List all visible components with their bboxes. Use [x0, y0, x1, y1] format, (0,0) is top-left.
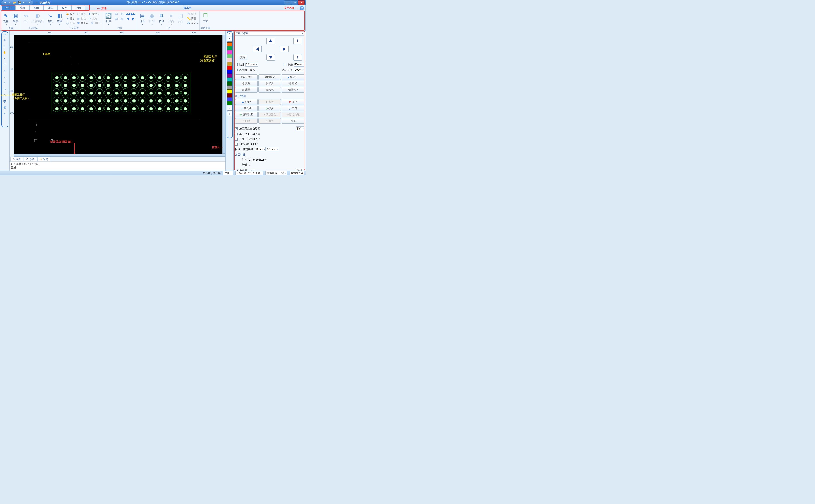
sort-m4[interactable]: ▧: [119, 16, 125, 21]
tab-nest[interactable]: 排样: [43, 5, 57, 11]
preview-button[interactable]: 预览: [238, 55, 247, 60]
craft-button[interactable]: ❐工艺: [201, 12, 210, 24]
arc-tool[interactable]: ◠: [2, 80, 8, 86]
layer-swatch-14[interactable]: [227, 97, 232, 101]
sort-m3[interactable]: ▦: [114, 16, 119, 21]
machine-position[interactable]: X:57.500 Y:102.650▾: [235, 171, 263, 175]
layer-swatch-11[interactable]: [227, 86, 232, 89]
measure-tool[interactable]: ✂: [2, 111, 8, 117]
new-icon[interactable]: 🗎: [8, 1, 12, 4]
geom-exchange-button[interactable]: ◐几何变换▾: [31, 12, 44, 26]
drawing-canvas[interactable]: 工具栏 图层工具栏 （右侧工具栏）: [14, 35, 225, 157]
dimension-button[interactable]: ⇔尺寸: [22, 12, 31, 24]
pause-button[interactable]: ⏸暂停: [258, 99, 281, 105]
layer-swatch-2[interactable]: [227, 50, 232, 54]
polyline-tool[interactable]: ∿: [2, 68, 8, 74]
redo-icon[interactable]: ↷: [27, 1, 31, 4]
blow-button[interactable]: 吹气: [258, 87, 281, 93]
nest-button[interactable]: ▤排样▾: [138, 12, 147, 26]
bf-speed-combo[interactable]: 50mm/s: [266, 147, 279, 151]
order-tool[interactable]: ↕: [2, 44, 8, 49]
microjoint-button[interactable]: ✦微连▾: [87, 12, 100, 16]
maximize-button[interactable]: ▭: [291, 0, 298, 5]
lead-button[interactable]: ↘引线▾: [46, 12, 54, 26]
coolpoint-button[interactable]: ❄冷却点: [76, 21, 89, 25]
clear-button[interactable]: ◧清除▾: [55, 12, 64, 26]
layer-swatch-12[interactable]: [227, 89, 232, 93]
startpoint-button[interactable]: ◉起点: [65, 12, 75, 16]
gas-combo[interactable]: 低压气▾: [282, 87, 304, 93]
layer-swatch-7[interactable]: [227, 70, 232, 74]
measure-button[interactable]: 📏测量: [186, 16, 199, 21]
layer-swatch-5[interactable]: [227, 62, 232, 66]
tab-view[interactable]: 视图: [71, 5, 85, 11]
jog-left-button[interactable]: [253, 46, 262, 52]
point-tool[interactable]: •: [2, 56, 8, 62]
layer-text-button[interactable]: T: [227, 111, 232, 116]
onlyselected-checkbox[interactable]: [235, 138, 238, 141]
minimize-button[interactable]: —: [284, 0, 291, 5]
commonedge-button[interactable]: ◫共边▾: [176, 12, 185, 26]
help-button[interactable]: ?: [300, 6, 304, 10]
sort-prev[interactable]: ◀◀: [125, 12, 130, 16]
manage-button[interactable]: 管理: [295, 168, 304, 171]
array-button[interactable]: ▦阵列▾: [147, 12, 156, 26]
jog-right-button[interactable]: [280, 46, 288, 52]
state-field[interactable]: 停止▾: [223, 171, 233, 175]
shutter-button[interactable]: 光闸: [235, 81, 257, 86]
softlimit-checkbox[interactable]: [235, 143, 238, 146]
bridge-button[interactable]: ⊓桥接: [186, 12, 199, 16]
stop-button-proc[interactable]: ＋停靠: [65, 16, 75, 21]
back-button[interactable]: ⟲回退: [235, 118, 257, 124]
sort-button[interactable]: 🔄排序▾: [104, 12, 113, 26]
return-to-combo[interactable]: 零点: [296, 126, 304, 131]
horizontal-scrollbar[interactable]: [14, 154, 225, 157]
fast-checkbox[interactable]: [235, 63, 238, 66]
select-button[interactable]: ⬉选择▾: [2, 12, 10, 26]
yangcut-button[interactable]: ▢阳切: [76, 12, 87, 16]
z-up-button[interactable]: ⇡: [293, 38, 302, 44]
z-down-button[interactable]: ⇣: [293, 54, 302, 61]
sort-step-prev[interactable]: ◀: [125, 16, 130, 21]
rect-tool[interactable]: ▭: [2, 86, 8, 92]
vertical-scrollbar[interactable]: [222, 35, 225, 154]
simulate-button[interactable]: ▷模拟: [258, 106, 281, 111]
joglaser-checkbox[interactable]: [235, 69, 238, 71]
fast-speed-combo[interactable]: 20mm/s: [245, 63, 258, 67]
sort-step-next[interactable]: ▶: [131, 16, 136, 21]
optimize-button[interactable]: ⚙优化▾: [186, 21, 199, 25]
bf-dist-combo[interactable]: 10mm: [255, 147, 265, 151]
mark-coord-button[interactable]: 标记坐标: [235, 74, 257, 80]
sort-m1[interactable]: ▤: [114, 12, 119, 16]
frame-button[interactable]: ▭走边框: [235, 106, 257, 111]
display-button[interactable]: ▦显示▾: [11, 12, 20, 26]
pan-tool[interactable]: ✋: [2, 50, 8, 55]
layer-swatch-6[interactable]: [227, 66, 232, 70]
stop-button[interactable]: ⊘停止: [282, 99, 304, 105]
fine-dist-field[interactable]: 微调距离 100▾: [265, 171, 287, 175]
sort-m2[interactable]: ▥: [119, 12, 125, 16]
layer-swatch-8[interactable]: [227, 74, 232, 78]
undo-icon[interactable]: ↶: [22, 1, 26, 4]
layer-swatch-1[interactable]: [227, 46, 232, 50]
compensate-button[interactable]: ◎补偿: [65, 21, 75, 25]
autoreturn-checkbox[interactable]: [235, 127, 238, 130]
tab-cnc[interactable]: 数控: [57, 5, 71, 11]
layer-swatch-13[interactable]: [227, 93, 232, 97]
mark1-combo[interactable]: ●标记1▾: [282, 74, 304, 80]
tab-draw-log[interactable]: ✎绘图: [10, 157, 23, 162]
redlight-button[interactable]: 红光: [258, 81, 281, 86]
pointer-tool[interactable]: ⬉: [2, 31, 8, 37]
bp-continue-button[interactable]: ⇥断点继续: [282, 112, 304, 117]
tab-draw[interactable]: 绘图: [29, 5, 43, 11]
dotpower-combo[interactable]: 100%: [294, 68, 304, 72]
reverse-button[interactable]: ⇄反向: [87, 16, 98, 21]
jog-down-button[interactable]: [266, 54, 275, 61]
return-mark-button[interactable]: 返回标记: [258, 74, 281, 80]
save-icon[interactable]: 💾: [18, 1, 21, 4]
yincut-button[interactable]: ▣阴切: [76, 16, 87, 21]
layer-swatch-3[interactable]: [227, 54, 232, 58]
coord-system-dropdown[interactable]: 浮动坐标系▾: [235, 31, 304, 36]
group-button[interactable]: ⧉群组▾: [157, 12, 166, 26]
sort-next[interactable]: ▶▶: [131, 12, 136, 16]
